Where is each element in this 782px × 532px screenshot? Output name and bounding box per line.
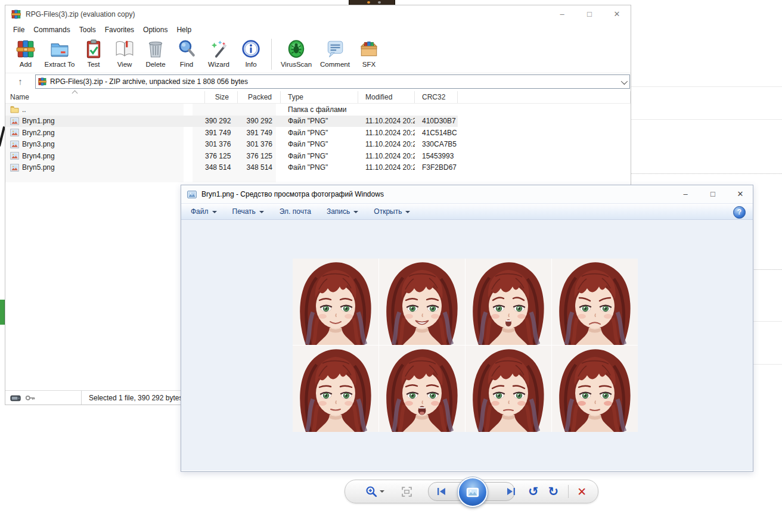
portrait-grin: .m{fill:none;stroke:#a85248;stroke-width… — [379, 259, 465, 345]
background-line — [753, 321, 782, 322]
find-magnifier-icon — [176, 39, 197, 59]
file-cell-type: Файл "PNG" — [281, 152, 358, 160]
next-button[interactable] — [505, 486, 517, 497]
file-row-bryn3-png[interactable]: Bryn3.png301 376301 376Файл "PNG"11.10.2… — [5, 139, 631, 151]
chevron-down-icon[interactable] — [380, 490, 384, 493]
file-list-header: NameSizePackedTypeModifiedCRC32 — [5, 91, 631, 104]
delete-button[interactable]: ✕ — [577, 486, 586, 497]
photo-viewer-titlebar[interactable]: Bryn1.png - Средство просмотра фотографи… — [181, 185, 753, 203]
maximize-button[interactable]: □ — [706, 185, 719, 203]
viewer-menu-эл-почта[interactable]: Эл. почта — [280, 207, 311, 216]
toolbar-button-label: Add — [20, 61, 32, 68]
chevron-down-icon — [212, 211, 217, 213]
file-name-cell: Bryn5.png — [5, 163, 205, 172]
toolbar-separator — [271, 39, 272, 70]
viewer-menu-файл[interactable]: Файл — [191, 207, 217, 216]
png-image-icon — [10, 141, 19, 148]
file-name: Bryn3.png — [22, 140, 55, 148]
desktop: RPG-Files(3).zip (evaluation copy) – □ ✕… — [0, 0, 782, 532]
comment-button[interactable]: Comment — [316, 36, 354, 68]
background-dotted-line — [631, 173, 782, 174]
column-header-name[interactable]: Name — [5, 91, 205, 103]
file-name-cell: Bryn3.png — [5, 140, 205, 148]
file-cell-crc32: 15453993 — [415, 152, 458, 160]
winrar-caption-buttons: – □ ✕ — [553, 5, 626, 23]
minimize-button[interactable]: – — [679, 185, 692, 203]
viewer-menu-label: Файл — [191, 207, 209, 216]
viewer-menu-label: Печать — [232, 207, 256, 216]
maximize-button[interactable]: □ — [581, 5, 598, 23]
menu-favorites[interactable]: Favorites — [104, 24, 135, 35]
file-row-bryn2-png[interactable]: Bryn2.png391 749391 749Файл "PNG"11.10.2… — [5, 127, 631, 139]
column-header-empty — [458, 91, 631, 103]
menu-help[interactable]: Help — [176, 24, 192, 35]
file-row-bryn4-png[interactable]: Bryn4.png376 125376 125Файл "PNG"11.10.2… — [5, 150, 631, 162]
file-cell-size: 391 749 — [205, 129, 238, 137]
viewer-menu-запись[interactable]: Запись — [327, 207, 358, 216]
viewer-menu-открыть[interactable]: Открыть — [374, 207, 410, 216]
sfx-button[interactable]: SFX — [354, 36, 384, 68]
add-button[interactable]: Add — [10, 36, 41, 68]
png-image-icon — [10, 117, 19, 125]
minimize-button[interactable]: – — [553, 5, 571, 23]
archive-path-combobox[interactable]: RPG-Files(3).zip - ZIP archive, unpacked… — [35, 74, 630, 89]
virusscan-button[interactable]: VirusScan — [277, 36, 316, 68]
fit-to-window-button[interactable] — [401, 486, 412, 497]
menu-file[interactable]: File — [13, 24, 25, 35]
wizard-wand-icon — [209, 39, 229, 59]
test-clipboard-icon — [83, 39, 104, 59]
column-header-crc32[interactable]: CRC32 — [415, 91, 458, 103]
portrait-frown: .m{fill:none;stroke:#a85248;stroke-width… — [552, 259, 638, 345]
wizard-button[interactable]: Wizard — [202, 36, 235, 68]
photo-viewer-window: Bryn1.png - Средство просмотра фотографи… — [181, 185, 753, 472]
statusbar-text: Selected 1 file, 390 292 bytes — [89, 394, 182, 402]
extract-to-button[interactable]: Extract To — [41, 36, 78, 68]
slideshow-button[interactable] — [458, 477, 488, 507]
file-cell-size: 348 514 — [205, 163, 238, 172]
status-disk-icon — [10, 393, 21, 403]
portrait-blush: .m{fill:none;stroke:#a85248;stroke-width… — [552, 346, 638, 432]
up-one-level-button[interactable]: ↑ — [13, 74, 28, 89]
previous-button[interactable] — [436, 486, 448, 497]
toolbar-button-label: Find — [180, 61, 193, 68]
file-cell-crc32: 41C514BC — [415, 129, 458, 137]
file-cell-modified: 11.10.2024 20:29 — [358, 129, 415, 137]
menu-commands[interactable]: Commands — [33, 24, 70, 35]
menu-tools[interactable]: Tools — [79, 24, 97, 35]
help-button[interactable]: ? — [733, 206, 746, 219]
close-button[interactable]: ✕ — [608, 5, 626, 23]
column-header-size[interactable]: Size — [205, 91, 238, 103]
extract-folder-icon — [49, 39, 70, 59]
chevron-down-icon[interactable] — [621, 78, 628, 85]
file-name: Bryn5.png — [22, 163, 55, 172]
background-line — [631, 86, 782, 87]
file-row-bryn1-png[interactable]: Bryn1.png390 292390 292Файл "PNG"11.10.2… — [5, 116, 631, 127]
file-name: Bryn2.png — [22, 129, 55, 137]
test-button[interactable]: Test — [78, 36, 109, 68]
comment-bubble-icon — [325, 39, 345, 59]
background-dotted-line — [753, 269, 782, 270]
zoom-button[interactable] — [365, 486, 384, 498]
info-button[interactable]: Info — [235, 36, 266, 68]
file-cell-crc32: 330CA7B5 — [415, 140, 458, 148]
close-button[interactable]: ✕ — [734, 185, 747, 203]
column-header-type[interactable]: Type — [281, 91, 358, 103]
zoom-magnifier-icon — [365, 486, 378, 498]
file-row--[interactable]: ..Папка с файлами — [5, 104, 631, 116]
add-archive-icon — [15, 39, 36, 59]
rotate-ccw-button[interactable]: ↺ — [528, 486, 539, 498]
up-folder-icon — [10, 105, 19, 113]
file-row-bryn5-png[interactable]: Bryn5.png348 514348 514Файл "PNG"11.10.2… — [5, 162, 631, 174]
viewer-menu-label: Открыть — [374, 207, 402, 216]
viewer-menu-label: Эл. почта — [280, 207, 311, 216]
column-header-modified[interactable]: Modified — [358, 91, 415, 103]
delete-button[interactable]: Delete — [140, 36, 171, 68]
menu-options[interactable]: Options — [142, 24, 168, 35]
winrar-titlebar[interactable]: RPG-Files(3).zip (evaluation copy) — [5, 5, 631, 23]
file-name-cell: .. — [5, 105, 205, 114]
find-button[interactable]: Find — [171, 36, 202, 68]
viewer-menu-печать[interactable]: Печать — [232, 207, 264, 216]
view-button[interactable]: View — [109, 36, 140, 68]
rotate-cw-button[interactable]: ↻ — [548, 486, 559, 498]
column-header-packed[interactable]: Packed — [238, 91, 281, 103]
